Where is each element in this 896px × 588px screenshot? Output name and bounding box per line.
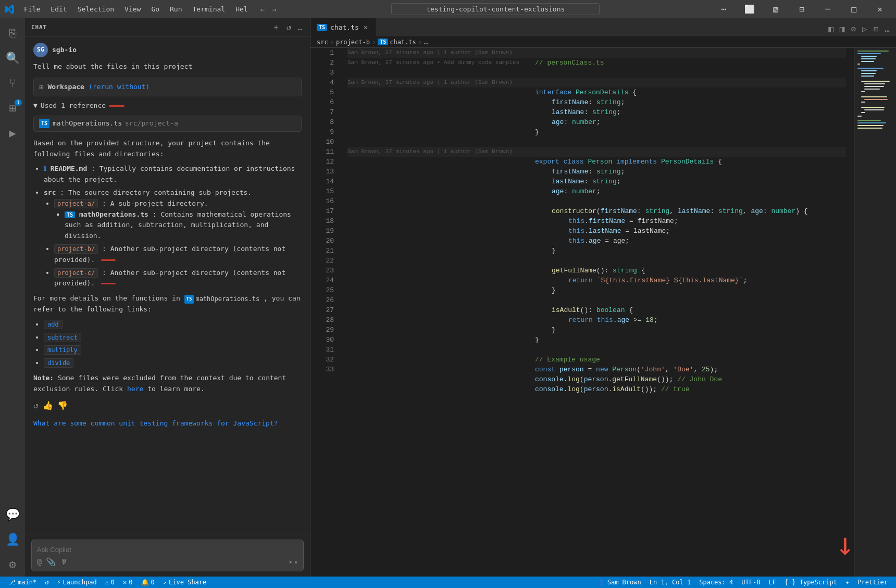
- errors-item[interactable]: ✕ 0: [119, 577, 136, 588]
- link-divide[interactable]: divide: [44, 358, 73, 368]
- breadcrumb-more[interactable]: …: [424, 39, 428, 46]
- git-branch-item[interactable]: ⎇ main*: [4, 577, 41, 588]
- history-button[interactable]: ↺: [285, 21, 293, 33]
- mic-icon[interactable]: 🎙: [60, 557, 68, 567]
- link-add[interactable]: add: [44, 320, 63, 329]
- subsublist: TS mathOperations.ts : Contains mathemat…: [54, 209, 302, 242]
- cursor-position-item[interactable]: Ln 1, Col 1: [645, 577, 695, 588]
- activity-search[interactable]: 🔍: [0, 45, 25, 70]
- line-num-11: 11: [310, 147, 334, 157]
- language-item[interactable]: { } TypeScript: [780, 577, 841, 588]
- line-num-25: 25: [310, 285, 334, 295]
- line-num-7: 7: [310, 107, 334, 117]
- notifications-item[interactable]: 🔔 0: [137, 577, 159, 588]
- list-item: src : The source directory containing su…: [44, 187, 302, 289]
- link-multiply[interactable]: multiply: [44, 345, 81, 355]
- code-content[interactable]: Sam Brown, 37 minutes ago | 1 author (Sa…: [339, 48, 854, 577]
- code-4: firstName: string;: [535, 97, 625, 107]
- maximize-button[interactable]: □: [842, 0, 866, 18]
- line-num-8: 8: [310, 117, 334, 127]
- minimize-button[interactable]: ─: [816, 0, 840, 18]
- extensions-icon-title[interactable]: ⋯: [712, 0, 736, 18]
- activity-explorer[interactable]: ⎘: [0, 20, 25, 45]
- workspace-block[interactable]: ⊞ Workspace (rerun without): [33, 78, 302, 96]
- thumbs-down-action[interactable]: 👎: [57, 399, 68, 412]
- menu-view[interactable]: View: [119, 3, 146, 15]
- breadcrumb-src[interactable]: src: [317, 39, 328, 46]
- tab-close-button[interactable]: ✕: [362, 22, 369, 32]
- nav-back[interactable]: ←: [257, 4, 268, 15]
- menu-selection[interactable]: Selection: [72, 3, 119, 15]
- chat-input[interactable]: [37, 546, 298, 554]
- line-endings-item[interactable]: LF: [764, 577, 780, 588]
- chat-action-buttons: ↺ 👍 👎: [33, 399, 302, 412]
- refresh-action[interactable]: ↺: [33, 399, 39, 412]
- suggested-question[interactable]: What are some common unit testing framew…: [33, 418, 302, 429]
- menu-terminal[interactable]: Terminal: [188, 3, 231, 15]
- list-item: add: [44, 319, 302, 330]
- activity-chat[interactable]: 💬: [0, 502, 25, 527]
- layout-icon[interactable]: ⬜: [738, 0, 762, 18]
- menu-edit[interactable]: Edit: [45, 3, 72, 15]
- live-share-item[interactable]: ↗ Live Share: [159, 577, 210, 588]
- open-changes[interactable]: ◨: [838, 22, 847, 36]
- close-button[interactable]: ✕: [868, 0, 892, 18]
- more-button[interactable]: …: [296, 21, 304, 33]
- encoding-item[interactable]: UTF-8: [737, 577, 764, 588]
- line-num-26: 26: [310, 295, 334, 305]
- customize-layout-icon[interactable]: ⊟: [790, 0, 814, 18]
- menu-help[interactable]: Hel: [230, 3, 253, 15]
- avatar: SG: [33, 43, 48, 57]
- code-3: interface PersonDetails {: [535, 87, 637, 97]
- attach-icon[interactable]: 📎: [46, 557, 56, 567]
- toggle-inline-diff[interactable]: ◧: [826, 22, 836, 36]
- menu-go[interactable]: Go: [146, 3, 165, 15]
- launchpad-label: Launchpad: [63, 579, 97, 586]
- breadcrumb-file[interactable]: chat.ts: [390, 39, 416, 46]
- split-icon[interactable]: ▧: [764, 0, 788, 18]
- response-text2: For more details on the functions in TS …: [33, 293, 302, 315]
- activity-settings[interactable]: ⚙: [0, 552, 25, 577]
- line-num-10: 10: [310, 137, 334, 147]
- activity-accounts[interactable]: 👤: [0, 527, 25, 552]
- code-16: this.lastName = lastName;: [535, 226, 670, 236]
- search-box[interactable]: testing-copilot-content-exclusions: [391, 3, 600, 15]
- svg-rect-18: [861, 107, 885, 108]
- rerun-link[interactable]: (rerun without): [89, 82, 150, 93]
- minimap-svg: [855, 48, 896, 376]
- chat-user-row: SG sgb-io: [33, 43, 302, 57]
- formatter-item[interactable]: Prettier: [853, 577, 892, 588]
- activity-source-control[interactable]: ⑂: [0, 70, 25, 95]
- nav-forward[interactable]: →: [269, 4, 279, 15]
- svg-rect-16: [864, 99, 888, 100]
- timeline[interactable]: ⊘: [849, 22, 858, 36]
- launchpad-item[interactable]: ⚡ Launchpad: [53, 577, 101, 588]
- send-button[interactable]: ➤ ▾: [289, 558, 298, 566]
- minimap-canvas: [855, 48, 896, 577]
- git-blame-header-text: Sam Brown, 37 minutes ago | 1 author (Sa…: [347, 48, 513, 58]
- menu-run[interactable]: Run: [165, 3, 187, 15]
- copilot-icon-item[interactable]: ✦: [841, 577, 853, 588]
- activity-run[interactable]: ▶: [0, 120, 25, 145]
- mention-icon[interactable]: @: [37, 557, 42, 567]
- list-item: project-c/ : Another sub-project directo…: [54, 268, 302, 290]
- indentation-item[interactable]: Spaces: 4: [695, 577, 737, 588]
- language-label: { } TypeScript: [785, 579, 837, 586]
- activity-extensions[interactable]: ⊞ 1: [0, 95, 25, 120]
- run-file[interactable]: ▷: [860, 22, 869, 36]
- new-chat-button[interactable]: ＋: [271, 21, 281, 34]
- warnings-item[interactable]: ⚠ 0: [101, 577, 119, 588]
- split-editor[interactable]: ⊟: [872, 22, 881, 36]
- list-item: subtract: [44, 332, 302, 343]
- more-tab-actions[interactable]: …: [882, 22, 892, 36]
- chat-header: CHAT ＋ ↺ …: [25, 18, 310, 36]
- thumbs-up-action[interactable]: 👍: [43, 399, 53, 412]
- reference-file[interactable]: TS mathOperations.ts src/project-a: [33, 116, 302, 132]
- breadcrumb-project-b[interactable]: project-b: [336, 39, 370, 46]
- git-blame-status-item[interactable]: 👤 Sam Brown: [593, 577, 645, 588]
- tab-chat-ts[interactable]: TS chat.ts ✕: [310, 18, 376, 36]
- here-link[interactable]: here: [127, 385, 143, 393]
- menu-file[interactable]: File: [19, 3, 45, 15]
- sync-item[interactable]: ↺: [41, 577, 53, 588]
- link-subtract[interactable]: subtract: [44, 333, 81, 342]
